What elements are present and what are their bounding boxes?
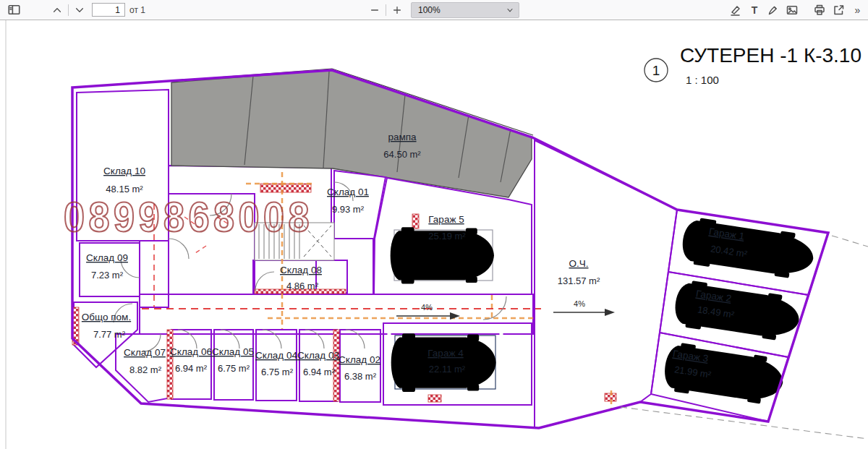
room-area-label: 22.11 m² xyxy=(429,364,466,375)
title-block: 1 СУТЕРЕН -1 К-3.10 1 : 100 xyxy=(644,44,861,86)
room-och xyxy=(535,140,677,428)
pdf-viewer: от 1 100% xyxy=(0,0,868,449)
toolbar-right-group: T xyxy=(726,0,867,20)
sidebar-toggle-icon xyxy=(8,4,20,16)
room-label: Склад 03 xyxy=(297,350,339,361)
zoom-in-icon xyxy=(392,5,402,15)
room-label: Склад 02 xyxy=(339,354,380,365)
save-icon xyxy=(833,4,844,16)
room-area-label: 6.75 m² xyxy=(261,367,294,377)
sidebar-toggle-button[interactable] xyxy=(4,1,23,19)
room-area-label: 64.50 m² xyxy=(383,149,421,160)
room-label: Склад 01 xyxy=(327,187,369,197)
room-sklad-03 xyxy=(299,330,337,401)
drawing-scale: 1 : 100 xyxy=(686,74,719,86)
room-area-label: 25.19 m² xyxy=(428,231,466,241)
zoom-out-icon xyxy=(370,5,380,15)
phone-watermark: 0899868008 xyxy=(64,194,313,240)
room-label: Склад 08 xyxy=(280,265,322,275)
room-sklad-02 xyxy=(340,330,380,402)
room-label: Склад 06 xyxy=(170,346,212,357)
document-canvas[interactable]: 4% 4% Склад 10 48.15 m² рампа 64.50 m² С… xyxy=(0,20,868,449)
room-label: Склад 05 xyxy=(212,346,254,357)
toolbar-zoom-group: 100% xyxy=(365,0,519,20)
room-label: рампа xyxy=(388,132,417,142)
page-down-icon xyxy=(75,5,85,15)
more-tools-button[interactable]: » xyxy=(848,1,867,19)
room-area-label: 7.23 m² xyxy=(91,270,124,281)
room-area-label: 4.86 m² xyxy=(286,281,319,291)
more-tools-icon: » xyxy=(855,4,860,16)
room-area-label: 6.38 m² xyxy=(344,371,377,382)
next-page-button[interactable] xyxy=(70,1,89,19)
page-count-label: от 1 xyxy=(129,5,145,15)
draw-tool-button[interactable] xyxy=(764,1,783,19)
print-button[interactable] xyxy=(810,1,829,19)
toolbar-left-group: от 1 xyxy=(4,0,145,20)
room-label: Склад 10 xyxy=(103,166,145,176)
floor-plan-svg: 4% 4% Склад 10 48.15 m² рампа 64.50 m² С… xyxy=(0,20,868,449)
drawing-title: СУТЕРЕН -1 К-3.10 xyxy=(680,44,861,67)
room-rampa xyxy=(171,70,532,197)
room-area-label: 9.93 m² xyxy=(332,204,365,215)
room-label: Склад 07 xyxy=(124,347,166,358)
room-sklad-04 xyxy=(256,330,297,401)
room-label: Гараж 4 xyxy=(427,348,464,359)
chevron-down-icon xyxy=(506,6,514,14)
page-number-input[interactable] xyxy=(92,3,125,17)
room-area-label: 6.94 m² xyxy=(303,367,336,377)
room-label: Склад 09 xyxy=(86,252,128,263)
room-area-label: 48.15 m² xyxy=(106,184,143,194)
car-drawings xyxy=(391,216,817,408)
room-area-label: 7.77 m² xyxy=(93,329,126,340)
highlight-icon xyxy=(730,4,741,16)
room-area-label: 131.57 m² xyxy=(558,275,600,286)
toolbar-divider xyxy=(386,4,386,16)
room-label: Склад 04 xyxy=(255,350,297,361)
text-tool-button[interactable]: T xyxy=(745,1,764,19)
room-label: Общо пом. xyxy=(82,312,131,322)
room-label: О.Ч. xyxy=(569,258,589,269)
drawing-number: 1 xyxy=(652,63,660,78)
pdf-toolbar: от 1 100% xyxy=(0,0,868,20)
zoom-level-value: 100% xyxy=(418,5,506,15)
save-button[interactable] xyxy=(829,1,848,19)
previous-page-button[interactable] xyxy=(48,1,67,19)
zoom-out-button[interactable] xyxy=(365,1,384,19)
toolbar-divider xyxy=(68,4,69,16)
zoom-in-button[interactable] xyxy=(388,1,407,19)
image-tool-button[interactable] xyxy=(783,1,801,19)
slope-label: 4% xyxy=(574,299,585,308)
draw-icon xyxy=(767,4,779,16)
text-icon: T xyxy=(752,5,758,15)
zoom-level-select[interactable]: 100% xyxy=(411,2,519,18)
room-area-label: 8.82 m² xyxy=(129,364,162,375)
print-icon xyxy=(814,4,825,16)
room-area-label: 6.75 m² xyxy=(218,363,250,374)
room-area-label: 6.94 m² xyxy=(175,363,208,374)
room-label: Гараж 5 xyxy=(428,214,464,225)
highlight-tool-button[interactable] xyxy=(726,1,745,19)
image-icon xyxy=(786,4,798,16)
page-up-icon xyxy=(52,5,62,15)
slope-label: 4% xyxy=(421,303,433,312)
